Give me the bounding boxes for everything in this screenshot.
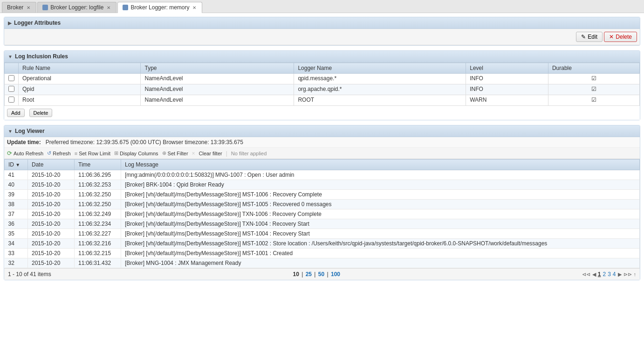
refresh-label: Refresh (53, 151, 71, 156)
log-date: 2015-10-20 (28, 249, 75, 258)
th-level: Level (466, 63, 548, 74)
log-id: 40 (5, 180, 28, 190)
log-time: 11:06:36.295 (75, 170, 121, 180)
row-checkbox[interactable] (5, 95, 19, 106)
toolbar-sep2: | (226, 150, 227, 157)
page-2[interactable]: 2 (603, 271, 606, 278)
set-row-limit-button[interactable]: ≡ Set Row Limit (75, 151, 110, 156)
edit-label: Edit (588, 34, 597, 40)
table-row: Operational NameAndLevel qpid.message.* … (5, 74, 640, 84)
page-4[interactable]: 4 (613, 271, 616, 278)
page-first-button[interactable]: ⊲⊲ (582, 271, 590, 278)
toolbar-sep: × (192, 150, 195, 157)
row-rule-name: Qpid (19, 84, 141, 95)
log-row: 40 2015-10-20 11:06:32.253 [Broker] BRK-… (5, 180, 640, 190)
page-last-button[interactable]: ⊳⊳ (623, 271, 632, 278)
log-message: [Broker] [vh(/default)/ms(DerbyMessageSt… (121, 190, 640, 200)
auto-refresh-label: Auto Refresh (14, 151, 43, 156)
tab-broker-logger-memory[interactable]: Broker Logger: memory ✕ (117, 2, 202, 13)
clear-filter-button[interactable]: Clear filter (199, 151, 222, 156)
log-date: 2015-10-20 (28, 180, 75, 190)
log-id: 36 (5, 219, 28, 229)
log-date: 2015-10-20 (28, 190, 75, 200)
row-type: NameAndLevel (141, 84, 294, 95)
auto-refresh-icon: ⟳ (7, 150, 12, 157)
log-id: 37 (5, 209, 28, 219)
page-size-25[interactable]: 25 (306, 271, 312, 278)
delete-label: Delete (616, 34, 632, 40)
row-rule-name: Root (19, 95, 141, 106)
page-next-button[interactable]: ▶ (618, 271, 622, 278)
row-rule-name: Operational (19, 74, 141, 84)
th-time[interactable]: Time (75, 160, 121, 170)
log-time: 11:06:32.227 (75, 229, 121, 239)
row-durable: ☑ (548, 84, 639, 95)
th-checkbox (5, 63, 19, 74)
log-id: 39 (5, 190, 28, 200)
log-time: 11:06:32.234 (75, 219, 121, 229)
pagination-row: 1 - 10 of 41 items 10 | 25 | 50 | 100 ⊲⊲… (4, 268, 640, 280)
th-id[interactable]: ID ▼ (5, 160, 28, 170)
log-id: 33 (5, 249, 28, 258)
log-date: 2015-10-20 (28, 239, 75, 249)
tab-logfile-icon (42, 5, 48, 10)
auto-refresh-button[interactable]: ⟳ Auto Refresh (7, 150, 43, 157)
row-checkbox[interactable] (5, 74, 19, 84)
log-inclusion-rules-header[interactable]: ▼ Log Inclusion Rules (4, 51, 640, 62)
set-filter-button[interactable]: ⊕ Set Filter (162, 150, 188, 156)
log-id: 41 (5, 170, 28, 180)
page-size-50[interactable]: 50 (318, 271, 324, 278)
log-row: 34 2015-10-20 11:06:32.216 [Broker] [vh(… (5, 239, 640, 249)
log-inclusion-body: Rule Name Type Logger Name Level Durable… (4, 62, 640, 120)
page-3[interactable]: 3 (608, 271, 611, 278)
log-time: 11:06:32.253 (75, 180, 121, 190)
logger-attributes-section: ▶ Logger Attributes ✎ Edit ✕ Delete (4, 17, 640, 46)
log-viewer-header[interactable]: ▼ Log Viewer (4, 125, 640, 137)
log-time: 11:06:32.250 (75, 190, 121, 200)
row-type: NameAndLevel (141, 95, 294, 106)
page-refresh-button[interactable]: ↑ (634, 271, 637, 277)
log-row: 32 2015-10-20 11:06:31.432 [Broker] MNG-… (5, 258, 640, 268)
log-row: 38 2015-10-20 11:06:32.250 [Broker] [vh(… (5, 200, 640, 209)
row-checkbox[interactable] (5, 84, 19, 95)
refresh-button[interactable]: ↺ Refresh (47, 150, 71, 156)
log-viewer-section: ▼ Log Viewer Update time: Preferred time… (4, 125, 640, 280)
logger-attributes-header[interactable]: ▶ Logger Attributes (4, 17, 640, 29)
log-message: [Broker] [vh(/default)/ms(DerbyMessageSt… (121, 209, 640, 219)
inclusion-rules-table: Rule Name Type Logger Name Level Durable… (4, 62, 640, 106)
edit-button[interactable]: ✎ Edit (576, 32, 603, 42)
tab-memory-icon (123, 5, 128, 10)
tab-broker-close[interactable]: ✕ (26, 5, 31, 10)
logger-attributes-title: Logger Attributes (14, 20, 61, 26)
logger-attributes-triangle: ▶ (8, 21, 12, 26)
log-id: 34 (5, 239, 28, 249)
th-rule-name: Rule Name (19, 63, 141, 74)
log-date: 2015-10-20 (28, 200, 75, 209)
log-message: [Broker] [vh(/default)/ms(DerbyMessageSt… (121, 249, 640, 258)
tab-broker-logger-logfile[interactable]: Broker Logger: logfile ✕ (37, 2, 116, 13)
tab-logfile-close[interactable]: ✕ (106, 5, 111, 10)
add-rule-button[interactable]: Add (7, 109, 25, 117)
log-row: 37 2015-10-20 11:06:32.249 [Broker] [vh(… (5, 209, 640, 219)
tab-broker[interactable]: Broker ✕ (2, 2, 36, 13)
log-viewer-body: Update time: Preferred timezone: 12:39:3… (4, 137, 640, 280)
current-page-size: 10 (293, 271, 299, 278)
display-columns-button[interactable]: ⊞ Display Columns (114, 150, 158, 156)
delete-button[interactable]: ✕ Delete (604, 32, 637, 42)
log-message: [Broker] [vh(/default)/ms(DerbyMessageSt… (121, 229, 640, 239)
page-prev-button[interactable]: ◀ (592, 271, 596, 278)
log-id: 32 (5, 258, 28, 268)
delete-icon: ✕ (609, 34, 614, 40)
tab-memory-close[interactable]: ✕ (192, 5, 197, 10)
log-inclusion-title: Log Inclusion Rules (15, 53, 68, 60)
page-size-100[interactable]: 100 (331, 271, 340, 278)
page-1[interactable]: 1 (598, 271, 601, 278)
update-time-label: Update time: (7, 139, 41, 146)
th-date[interactable]: Date (28, 160, 75, 170)
no-filter-label: No filter applied (231, 151, 267, 156)
th-log-message: Log Message (121, 160, 640, 170)
set-filter-label: Set Filter (168, 151, 188, 156)
th-type: Type (141, 63, 294, 74)
delete-rule-button[interactable]: Delete (29, 109, 53, 117)
row-durable: ☑ (548, 74, 639, 84)
